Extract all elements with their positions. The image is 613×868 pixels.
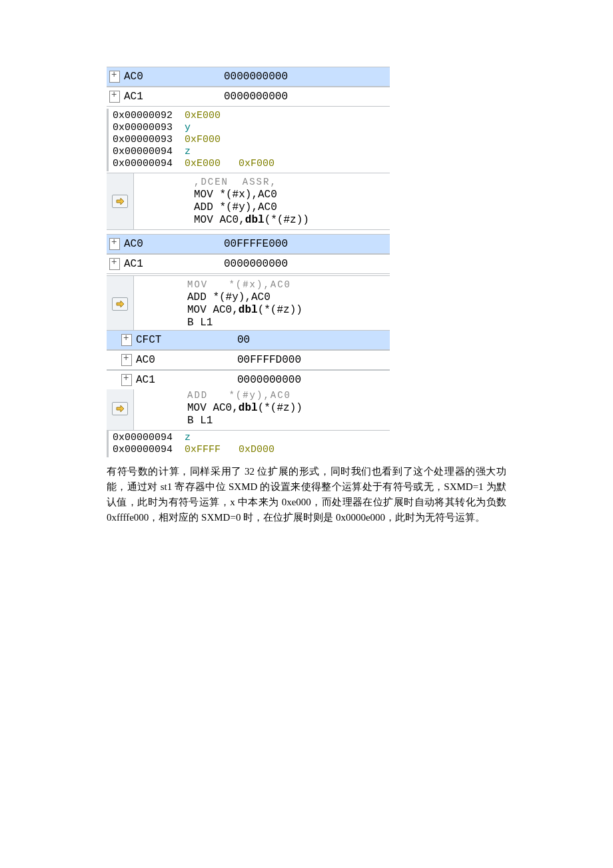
register-value: 0000000000 (224, 258, 288, 270)
mem-value: 0xE000 (185, 110, 221, 121)
expand-icon[interactable] (109, 238, 120, 250)
mem-addr: 0x00000094 (113, 146, 173, 157)
register-name: AC1 (136, 374, 237, 386)
mem-value: 0xFFFF 0xD000 (185, 444, 275, 455)
expand-icon[interactable] (121, 374, 132, 386)
register-row-ac1: AC1 0000000000 (107, 254, 390, 274)
mem-symbol: y (185, 122, 191, 133)
register-value: 00FFFFD000 (237, 354, 301, 366)
register-row-ac1: AC1 0000000000 (107, 370, 390, 389)
register-name: AC0 (124, 238, 224, 250)
current-line-arrow-icon (112, 195, 128, 208)
register-row-ac0: AC0 00FFFFE000 (107, 234, 390, 254)
body-paragraph: 有符号数的计算，同样采用了 32 位扩展的形式，同时我们也看到了这个处理器的强大… (107, 464, 506, 525)
register-name: AC0 (124, 71, 224, 83)
register-row-ac0: AC0 0000000000 (107, 67, 390, 87)
mem-value: 0xF000 (185, 134, 221, 145)
memory-dump: 0x00000094 z 0x00000094 0xFFFF 0xD000 (107, 431, 389, 457)
mem-addr: 0x00000092 (113, 110, 173, 121)
register-name: AC1 (124, 91, 224, 103)
memory-dump: 0x00000092 0xE000 0x00000093 y 0x0000009… (107, 109, 389, 171)
disassembly-panel: MOV *(#x),AC0 ADD *(#y),AC0 MOV AC0,dbl(… (107, 275, 390, 333)
code-line: MOV AC0,dbl(*(#z)) (194, 214, 390, 227)
register-value: 0000000000 (224, 91, 288, 103)
code-line: ADD *(#y),AC0 (187, 291, 390, 304)
register-value: 00 (237, 334, 250, 346)
mem-addr: 0x00000093 (113, 134, 173, 145)
code-line: ADD *(#y),AC0 (194, 201, 390, 214)
code-line: B L1 (187, 317, 390, 329)
code-faint-line: ADD *(#y),AC0 (187, 389, 390, 402)
mem-value: 0xE000 0xF000 (185, 158, 275, 169)
mem-addr: 0x00000094 (113, 432, 173, 443)
mem-symbol: z (185, 432, 191, 443)
current-line-arrow-icon (112, 402, 128, 415)
register-row-ac0: AC0 00FFFFD000 (107, 350, 390, 370)
expand-icon[interactable] (121, 354, 132, 366)
register-row-ac1: AC1 0000000000 (107, 87, 390, 107)
register-row-cfct: CFCT 00 (107, 330, 390, 350)
expand-icon[interactable] (109, 91, 120, 103)
mem-addr: 0x00000093 (113, 122, 173, 133)
code-line: MOV AC0,dbl(*(#z)) (187, 304, 390, 317)
code-line: MOV *(#x),AC0 (194, 189, 390, 201)
code-line: MOV AC0,dbl(*(#z)) (187, 402, 390, 415)
mem-addr: 0x00000094 (113, 158, 173, 169)
mem-addr: 0x00000094 (113, 444, 173, 455)
expand-icon[interactable] (109, 71, 120, 83)
register-value: 0000000000 (224, 71, 288, 83)
current-line-arrow-icon (112, 297, 128, 311)
mem-symbol: z (185, 146, 191, 157)
disassembly-panel: ,DCEN ASSR, MOV *(#x),AC0 ADD *(#y),AC0 … (107, 173, 390, 230)
register-name: AC0 (136, 354, 237, 366)
register-name: AC1 (124, 258, 224, 270)
disassembly-panel: ADD *(#y),AC0 MOV AC0,dbl(*(#z)) B L1 (107, 387, 390, 431)
code-faint-line: ,DCEN ASSR, (194, 176, 390, 189)
register-name: CFCT (136, 334, 237, 346)
expand-icon[interactable] (121, 334, 132, 346)
code-line: B L1 (187, 415, 390, 427)
register-value: 00FFFFE000 (224, 238, 288, 250)
register-value: 0000000000 (237, 374, 301, 386)
code-faint-line: MOV *(#x),AC0 (187, 279, 390, 291)
expand-icon[interactable] (109, 258, 120, 270)
